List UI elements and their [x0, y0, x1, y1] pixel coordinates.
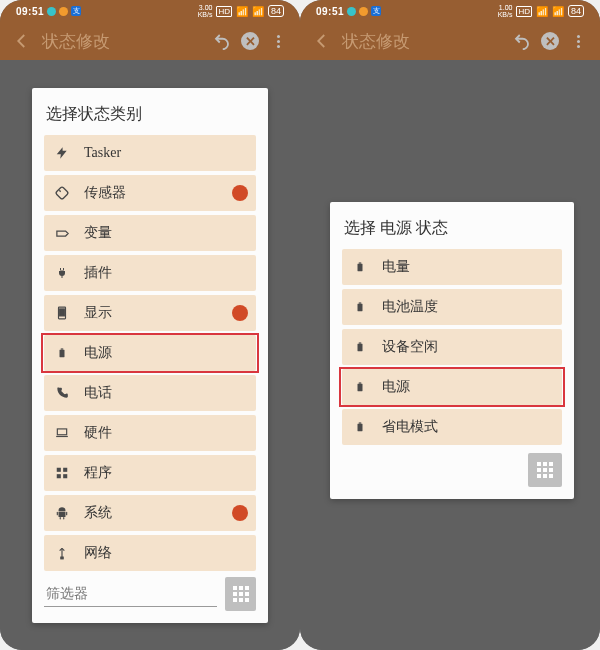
content-area: 选择状态类别 Tasker传感器变量插件显示电源电话硬件程序系统网络 — [0, 60, 300, 650]
alert-badge — [232, 505, 248, 521]
toolbar-title: 状态修改 — [42, 30, 110, 53]
power-list: 电量电池温度设备空闲电源省电模式 — [342, 249, 562, 445]
content-area: 选择 电源 状态 电量电池温度设备空闲电源省电模式 — [300, 60, 600, 650]
list-item-label: 网络 — [84, 544, 112, 562]
list-item[interactable]: 设备空闲 — [342, 329, 562, 365]
svg-rect-5 — [60, 350, 65, 358]
back-button[interactable] — [308, 27, 336, 55]
close-button[interactable]: ✕ — [236, 27, 264, 55]
svg-rect-23 — [359, 342, 362, 343]
battery-icon: 84 — [268, 5, 284, 17]
grid-toggle-button[interactable] — [225, 577, 256, 611]
list-item[interactable]: 省电模式 — [342, 409, 562, 445]
svg-rect-2 — [62, 276, 63, 279]
phone-icon — [52, 386, 72, 400]
list-item-label: 显示 — [84, 304, 112, 322]
overflow-button[interactable] — [564, 27, 592, 55]
list-item[interactable]: 显示 — [44, 295, 256, 331]
svg-rect-4 — [60, 309, 65, 316]
list-item[interactable]: 网络 — [44, 535, 256, 571]
svg-rect-17 — [61, 557, 63, 559]
modules-icon — [52, 466, 72, 480]
list-item-label: 设备空闲 — [382, 338, 438, 356]
panel-title: 选择状态类别 — [46, 104, 256, 125]
svg-rect-20 — [358, 304, 363, 312]
status-dot-2 — [359, 7, 368, 16]
list-item-label: 电池温度 — [382, 298, 438, 316]
svg-rect-9 — [63, 468, 67, 472]
status-bar: 09:51 支 1.00 KB/s HD 📶 📶 84 — [300, 0, 600, 22]
status-time: 09:51 — [16, 6, 44, 17]
list-item-label: 系统 — [84, 504, 112, 522]
svg-rect-0 — [55, 186, 68, 199]
laptop-icon — [52, 426, 72, 440]
battery-icon — [350, 259, 370, 275]
list-item[interactable]: 系统 — [44, 495, 256, 531]
battery-icon — [350, 379, 370, 395]
tag-icon — [52, 226, 72, 241]
list-item[interactable]: Tasker — [44, 135, 256, 171]
list-item[interactable]: 电量 — [342, 249, 562, 285]
list-item-label: 省电模式 — [382, 418, 438, 436]
battery-icon — [350, 339, 370, 355]
list-item-label: 电量 — [382, 258, 410, 276]
svg-rect-11 — [63, 474, 67, 478]
filter-input[interactable] — [44, 582, 217, 607]
list-item[interactable]: 程序 — [44, 455, 256, 491]
undo-button[interactable] — [208, 27, 236, 55]
status-dot-2 — [59, 7, 68, 16]
plug-icon — [52, 266, 72, 280]
list-item[interactable]: 电源 — [342, 369, 562, 405]
svg-rect-26 — [358, 424, 363, 432]
battery-icon: 84 — [568, 5, 584, 17]
phone-left: 09:51 支 3.00 KB/s HD 📶 📶 84 状态修改 ✕ — [0, 0, 300, 650]
list-item-label: Tasker — [84, 145, 121, 161]
signal-icon-2: 📶 — [552, 6, 564, 17]
grid-toggle-button[interactable] — [528, 453, 562, 487]
battery-icon — [52, 345, 72, 361]
android-icon — [52, 506, 72, 520]
toolbar: 状态修改 ✕ — [0, 22, 300, 60]
rotate-icon — [52, 185, 72, 201]
list-item-label: 变量 — [84, 224, 112, 242]
list-item[interactable]: 硬件 — [44, 415, 256, 451]
list-item[interactable]: 电池温度 — [342, 289, 562, 325]
category-panel: 选择状态类别 Tasker传感器变量插件显示电源电话硬件程序系统网络 — [32, 88, 268, 623]
list-item-label: 电源 — [84, 344, 112, 362]
signal-icon: 📶 — [536, 6, 548, 17]
signal-icon-2: 📶 — [252, 6, 264, 17]
svg-rect-25 — [359, 382, 362, 383]
phone-right: 09:51 支 1.00 KB/s HD 📶 📶 84 状态修改 ✕ — [300, 0, 600, 650]
svg-rect-18 — [358, 264, 363, 272]
list-item[interactable]: 变量 — [44, 215, 256, 251]
svg-rect-13 — [57, 512, 58, 515]
list-item-label: 电源 — [382, 378, 410, 396]
alert-badge — [232, 305, 248, 321]
svg-rect-15 — [60, 517, 61, 519]
svg-rect-8 — [57, 468, 61, 472]
status-speed: 1.00 KB/s — [498, 4, 513, 18]
alert-badge — [232, 185, 248, 201]
toolbar-title: 状态修改 — [342, 30, 410, 53]
list-item[interactable]: 电话 — [44, 375, 256, 411]
battery-icon — [350, 299, 370, 315]
bolt-icon — [52, 146, 72, 160]
status-speed: 3.00 KB/s — [198, 4, 213, 18]
svg-rect-27 — [359, 422, 362, 423]
back-button[interactable] — [8, 27, 36, 55]
svg-rect-14 — [66, 512, 67, 515]
svg-rect-19 — [359, 262, 362, 263]
power-panel: 选择 电源 状态 电量电池温度设备空闲电源省电模式 — [330, 202, 574, 499]
status-hd: HD — [216, 6, 232, 17]
list-item-label: 传感器 — [84, 184, 126, 202]
list-item-label: 程序 — [84, 464, 112, 482]
close-button[interactable]: ✕ — [536, 27, 564, 55]
list-item-label: 插件 — [84, 264, 112, 282]
svg-rect-7 — [57, 429, 66, 435]
signal-icon: 📶 — [236, 6, 248, 17]
overflow-button[interactable] — [264, 27, 292, 55]
list-item[interactable]: 插件 — [44, 255, 256, 291]
undo-button[interactable] — [508, 27, 536, 55]
list-item[interactable]: 传感器 — [44, 175, 256, 211]
list-item[interactable]: 电源 — [44, 335, 256, 371]
